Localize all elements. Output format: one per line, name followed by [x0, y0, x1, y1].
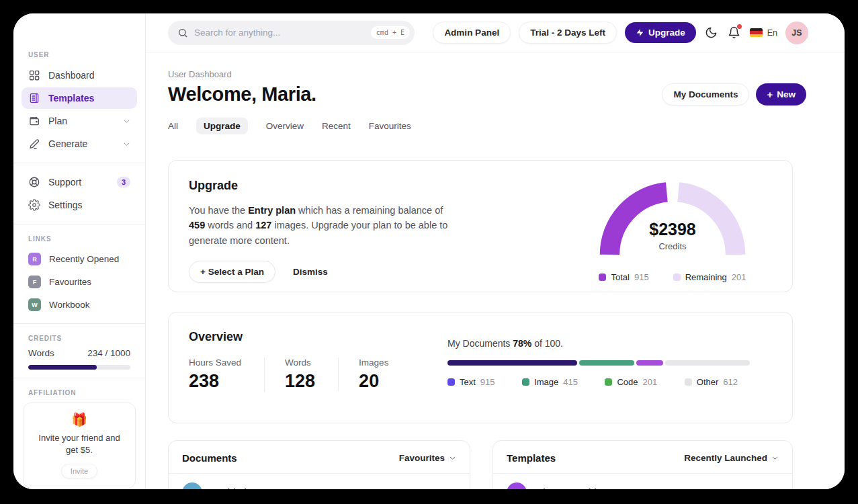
- credits-row: Words 234 / 1000: [28, 348, 130, 358]
- my-documents-button[interactable]: My Documents: [662, 83, 749, 106]
- legend-other-chip: [685, 378, 692, 386]
- invite-button[interactable]: Invite: [61, 464, 97, 478]
- stat-value: 238: [189, 371, 241, 392]
- document-list-item[interactable]: Untitled Document in Workbook: [169, 474, 470, 489]
- tab-overview[interactable]: Overview: [266, 118, 304, 134]
- notifications-button[interactable]: [727, 26, 742, 40]
- plus-icon: +: [767, 89, 773, 100]
- stat-images: Images 20: [338, 358, 411, 392]
- legend-text: Text 915: [447, 377, 495, 387]
- sidebar-item-support[interactable]: Support 3: [22, 171, 137, 193]
- gauge-center: $2398 Credits: [597, 220, 748, 251]
- support-lifebuoy-icon: [28, 176, 40, 188]
- document-location: in Workbook: [408, 488, 456, 490]
- sidebar-item-label: Dashboard: [48, 70, 95, 81]
- upgrade-button-label: Upgrade: [648, 28, 685, 38]
- breadcrumb: User Dashboard: [168, 69, 806, 79]
- german-flag-icon[interactable]: [750, 28, 763, 37]
- legend-label: Image: [534, 377, 558, 387]
- search-shortcut-badge: cmd + E: [371, 26, 410, 39]
- stat-label: Hours Saved: [189, 358, 241, 368]
- stat-value: 128: [285, 371, 315, 392]
- template-avatar: [507, 482, 527, 489]
- dismiss-button[interactable]: Dismiss: [293, 267, 328, 277]
- search-bar[interactable]: cmd + E: [168, 21, 415, 45]
- legend-label: Remaining: [685, 272, 727, 282]
- trial-badge[interactable]: Trial - 2 Days Left: [519, 22, 617, 44]
- link-initial-badge: W: [28, 298, 41, 311]
- documents-progress-block: My Documents 78% of 100. Text 915: [447, 338, 750, 387]
- sidebar-section-links: LINKS: [28, 235, 130, 243]
- tab-recent[interactable]: Recent: [322, 118, 351, 134]
- legend-value: 201: [732, 272, 746, 282]
- sidebar-link-favourites[interactable]: F Favourites: [22, 271, 137, 292]
- link-initial-badge: F: [28, 276, 41, 288]
- dark-mode-toggle[interactable]: [704, 26, 719, 40]
- upgrade-card-body: You have the Entry plan which has a rema…: [189, 203, 458, 248]
- template-list-item[interactable]: Blog Post Title in Workbook: [493, 474, 792, 489]
- bottom-cards-row: Documents Favourites Untitled Document i…: [168, 440, 806, 489]
- search-icon: [177, 28, 188, 38]
- sidebar-link-workbook[interactable]: W Workbook: [22, 294, 137, 315]
- sidebar-item-dashboard[interactable]: Dashboard: [22, 65, 137, 86]
- tab-upgrade[interactable]: Upgrade: [196, 118, 248, 134]
- templates-card-header: Templates Recently Launched: [493, 441, 792, 474]
- sidebar-divider: [13, 323, 145, 324]
- new-button[interactable]: + New: [756, 83, 806, 106]
- page-title: Welcome, Maria.: [168, 83, 316, 106]
- documents-progress-label: My Documents 78% of 100.: [447, 338, 750, 349]
- language-label[interactable]: En: [767, 28, 777, 38]
- document-title: Untitled Document: [212, 487, 398, 489]
- user-avatar[interactable]: JS: [785, 22, 808, 44]
- chevron-down-icon: [449, 454, 456, 462]
- sidebar-section-affiliation: AFFILIATION: [28, 389, 130, 396]
- legend-label: Other: [697, 377, 719, 387]
- dashboard-icon: [28, 69, 40, 81]
- templates-card-title: Templates: [507, 452, 556, 464]
- templates-filter-dropdown[interactable]: Recently Launched: [684, 453, 779, 463]
- credits-value: 234 / 1000: [87, 348, 130, 358]
- sidebar-section-credits: CREDITS: [28, 335, 130, 342]
- moon-icon: [705, 26, 718, 39]
- select-plan-button[interactable]: + Select a Plan: [189, 261, 275, 283]
- sidebar-item-settings[interactable]: Settings: [22, 194, 137, 216]
- sidebar-item-label: Plan: [48, 116, 115, 126]
- sidebar-section-user: USER: [28, 51, 130, 58]
- overview-card: Overview Hours Saved 238 Words 128 Image…: [168, 312, 793, 423]
- admin-panel-button[interactable]: Admin Panel: [433, 22, 511, 44]
- legend-code: Code 201: [605, 377, 657, 387]
- upgrade-button[interactable]: Upgrade: [625, 22, 696, 43]
- sidebar-item-templates[interactable]: Templates: [22, 87, 137, 109]
- support-count-badge: 3: [117, 177, 130, 187]
- gift-icon: 🎁: [30, 412, 128, 427]
- tab-favourites[interactable]: Favourites: [369, 118, 411, 134]
- chevron-down-icon: [123, 118, 130, 125]
- bar-segment-text: [447, 360, 577, 366]
- document-avatar: [182, 482, 202, 489]
- legend-other: Other 612: [685, 377, 738, 387]
- search-input[interactable]: [194, 28, 365, 38]
- tab-bar: All Upgrade Overview Recent Favourites: [168, 118, 806, 134]
- settings-gear-icon: [28, 199, 40, 211]
- sidebar-item-plan[interactable]: Plan: [22, 110, 137, 132]
- header-buttons: My Documents + New: [662, 83, 806, 106]
- gauge-value: $2398: [597, 220, 748, 239]
- sidebar-item-label: Generate: [48, 138, 115, 149]
- sidebar-item-generate[interactable]: Generate: [22, 133, 137, 155]
- legend-text-chip: [447, 378, 455, 386]
- legend-value: 612: [723, 377, 738, 387]
- sidebar-divider: [13, 378, 145, 378]
- legend-total-chip: [599, 274, 606, 281]
- link-label: Favourites: [49, 277, 91, 287]
- app-window: USER Dashboard Templates Plan Generate S…: [13, 13, 845, 489]
- legend-label: Text: [460, 377, 476, 387]
- credits-progress-fill: [28, 365, 97, 370]
- documents-card: Documents Favourites Untitled Document i…: [168, 440, 470, 489]
- stat-hours-saved: Hours Saved 238: [189, 358, 264, 392]
- documents-filter-dropdown[interactable]: Favourites: [399, 453, 456, 463]
- sidebar-link-recently-opened[interactable]: R Recently Opened: [22, 249, 137, 269]
- templates-card: Templates Recently Launched Blog Post Ti…: [492, 440, 793, 489]
- chevron-down-icon: [771, 454, 779, 462]
- tab-all[interactable]: All: [168, 118, 178, 134]
- upgrade-card: Upgrade You have the Entry plan which ha…: [168, 160, 793, 292]
